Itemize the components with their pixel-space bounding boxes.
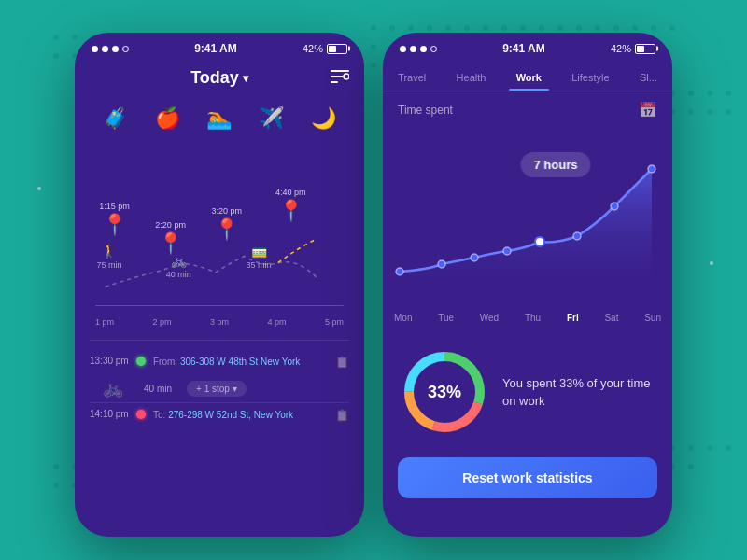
- today-text: Today: [190, 68, 239, 88]
- svg-point-91: [471, 254, 478, 261]
- activity-icons-row: 🧳 🍎 🏊 ✈️ 🌙: [90, 99, 349, 146]
- phone-2: 9:41 AM 42% Travel Health Work Lifestyle…: [383, 33, 672, 537]
- chevron-stop: ▾: [233, 384, 237, 394]
- activity-plane: ✈️: [259, 106, 284, 131]
- svg-point-36: [557, 25, 563, 31]
- train-icon: 🚃: [251, 244, 267, 259]
- tab-health[interactable]: Health: [449, 68, 494, 91]
- svg-point-41: [651, 25, 656, 31]
- svg-point-65: [707, 91, 712, 96]
- tab-more[interactable]: Sl...: [632, 68, 665, 91]
- trip-details: 13:30 pm From: 306-308 W 48th St New Yor…: [90, 340, 349, 427]
- dot-2-2: [410, 46, 416, 52]
- status-bar-2: 9:41 AM 42%: [383, 33, 672, 61]
- chevron-down-icon: ▾: [243, 72, 248, 85]
- dot-3: [112, 46, 119, 52]
- day-tue: Tue: [438, 313, 454, 323]
- svg-point-93: [535, 237, 544, 246]
- tab-lifestyle[interactable]: Lifestyle: [564, 68, 616, 91]
- trip-from-dot: [136, 357, 146, 366]
- tab-work[interactable]: Work: [509, 68, 549, 91]
- svg-point-11: [53, 53, 59, 59]
- svg-point-32: [483, 25, 488, 31]
- walk-duration: 75 min: [96, 260, 121, 270]
- chart-area: 7 hours: [390, 122, 665, 309]
- to-label: To:: [153, 410, 168, 420]
- chart-svg: [390, 122, 665, 309]
- svg-point-31: [464, 25, 470, 31]
- svg-point-69: [688, 109, 694, 115]
- svg-point-71: [726, 109, 731, 115]
- battery-pct-2: 42%: [611, 43, 631, 54]
- svg-point-92: [503, 247, 511, 255]
- dot-2-1: [400, 46, 406, 52]
- svg-point-28: [408, 25, 414, 31]
- from-address: 306-308 W 48th St New York: [180, 357, 300, 367]
- copy-icon-1[interactable]: 📋: [335, 356, 349, 369]
- stop-badge[interactable]: + 1 stop ▾: [187, 381, 247, 397]
- dot-1: [92, 46, 98, 52]
- trip-from-row: 13:30 pm From: 306-308 W 48th St New Yor…: [90, 350, 349, 374]
- pin-1: 1:15 pm 📍: [99, 202, 130, 237]
- day-wed: Wed: [480, 313, 499, 323]
- tooltip-7hours: 7 hours: [521, 152, 591, 177]
- bike-activity: 🚲 40 min: [166, 253, 191, 279]
- to-address: 276-298 W 52nd St, New York: [168, 410, 293, 420]
- status-right-1: 42%: [303, 43, 347, 54]
- tab-travel[interactable]: Travel: [390, 68, 433, 91]
- day-thu: Thu: [525, 313, 541, 323]
- reset-button[interactable]: Reset work statistics: [398, 457, 657, 498]
- pin-time-1: 1:15 pm: [99, 202, 130, 211]
- chart-header: Time spent 📅: [383, 91, 672, 122]
- timeline-area: 1:15 pm 📍 🚶 75 min 2:20 pm 📍 🚲 40 min: [86, 146, 353, 332]
- svg-rect-87: [331, 81, 338, 83]
- copy-icon-2[interactable]: 📋: [335, 409, 349, 422]
- status-time-1: 9:41 AM: [194, 42, 237, 55]
- chart-title: Time spent: [398, 104, 453, 117]
- svg-point-35: [539, 25, 544, 31]
- pin-2: 2:20 pm 📍: [155, 220, 186, 256]
- day-labels: Mon Tue Wed Thu Fri Sat Sun: [383, 309, 672, 330]
- svg-point-40: [632, 25, 638, 31]
- time-3pm: 3 pm: [210, 317, 229, 327]
- time-1pm: 1 pm: [95, 317, 114, 327]
- from-label: From:: [153, 357, 180, 367]
- svg-point-66: [726, 91, 731, 96]
- pin-3: 3:20 pm 📍: [211, 206, 242, 242]
- bike-stop-row: 🚲 40 min + 1 stop ▾: [90, 374, 349, 402]
- time-2pm: 2 pm: [152, 317, 171, 327]
- timeline-line: [95, 305, 344, 307]
- svg-point-88: [344, 74, 349, 79]
- svg-point-29: [427, 25, 432, 31]
- svg-point-75: [53, 483, 59, 488]
- pin-icon-4: 📍: [278, 199, 303, 223]
- train-duration: 35 min: [247, 260, 272, 270]
- filter-icon[interactable]: [331, 69, 349, 88]
- signal-dots: [92, 46, 129, 52]
- day-sun: Sun: [644, 313, 661, 323]
- trip-to-dot: [136, 410, 146, 419]
- bike-large-icon: 🚲: [90, 378, 136, 399]
- battery-pct-1: 42%: [303, 43, 323, 54]
- calendar-icon[interactable]: 📅: [639, 101, 657, 119]
- svg-point-95: [611, 203, 618, 210]
- battery-fill-1: [329, 46, 336, 52]
- today-label[interactable]: Today ▾: [190, 68, 248, 88]
- tabs-bar: Travel Health Work Lifestyle Sl...: [383, 61, 672, 91]
- bike-icon: 🚲: [171, 253, 187, 268]
- svg-rect-85: [331, 70, 349, 72]
- svg-point-96: [648, 165, 655, 173]
- activity-moon: 🌙: [311, 106, 336, 131]
- svg-point-80: [707, 445, 712, 451]
- activity-swim: 🏊: [206, 106, 232, 131]
- svg-point-34: [520, 25, 526, 31]
- stop-text: + 1 stop: [196, 384, 230, 394]
- svg-point-42: [669, 25, 675, 31]
- pin-time-4: 4:40 pm: [275, 188, 306, 197]
- svg-point-94: [573, 232, 581, 240]
- time-4pm: 4 pm: [267, 317, 286, 327]
- trip-from-time: 13:30 pm: [90, 356, 129, 366]
- svg-point-70: [707, 109, 712, 115]
- status-bar-1: 9:41 AM 42%: [75, 33, 364, 61]
- trip-to-info: To: 276-298 W 52nd St, New York: [153, 409, 328, 420]
